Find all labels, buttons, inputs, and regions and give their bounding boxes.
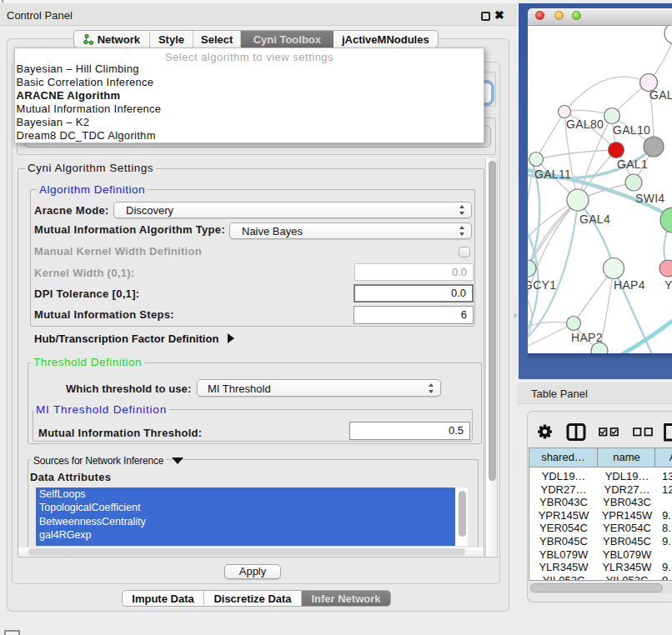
svg-text:GAL80: GAL80 — [566, 118, 604, 131]
svg-text:HAP4: HAP4 — [614, 278, 645, 292]
svg-text:GAL10: GAL10 — [613, 123, 650, 137]
svg-text:GCY1: GCY1 — [528, 278, 556, 292]
svg-text:SWI4: SWI4 — [635, 192, 664, 205]
svg-text:GAL1: GAL1 — [617, 158, 648, 171]
svg-text:Y: Y — [664, 278, 672, 292]
svg-text:GAL7: GAL7 — [649, 88, 672, 102]
svg-text:GAL4: GAL4 — [579, 212, 610, 226]
svg-text:GAL11: GAL11 — [534, 168, 571, 181]
svg-text:HAP2: HAP2 — [571, 331, 603, 344]
